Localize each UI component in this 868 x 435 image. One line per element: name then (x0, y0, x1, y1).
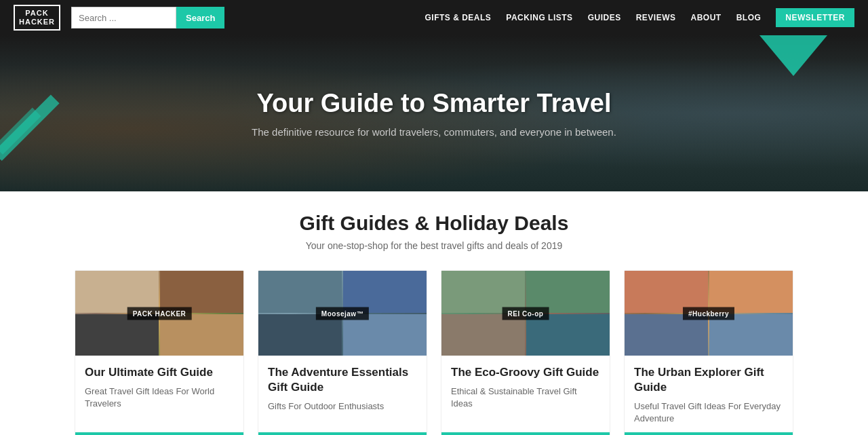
nav-reviews[interactable]: REVIEWS (636, 13, 676, 22)
card-1-desc: Great Travel Gift Ideas For World Travel… (85, 385, 234, 410)
collage-cell (526, 314, 610, 356)
card-2-button[interactable]: View Gift Guide (258, 432, 427, 435)
card-3-body: The Eco-Groovy Gift Guide Ethical & Sust… (441, 356, 610, 432)
header: PACK HACKER Search GIFTS & DEALS PACKING… (0, 0, 868, 35)
search-input[interactable] (71, 7, 176, 29)
collage-cell (709, 314, 793, 356)
card-4-body: The Urban Explorer Gift Guide Useful Tra… (625, 356, 793, 432)
collage-cell (625, 314, 708, 356)
collage-cell (441, 314, 525, 356)
card-1-button[interactable]: View Gift Guide (75, 432, 243, 435)
hero-section: Your Guide to Smarter Travel The definit… (0, 35, 868, 191)
card-4-title: The Urban Explorer Gift Guide (634, 365, 783, 395)
card-2-body: The Adventure Essentials Gift Guide Gift… (258, 356, 427, 432)
hero-content: Your Guide to Smarter Travel The definit… (238, 89, 630, 138)
main-content: Gift Guides & Holiday Deals Your one-sto… (61, 191, 807, 435)
card-3-desc: Ethical & Sustainable Travel Gift Ideas (451, 385, 600, 410)
nav-blog[interactable]: BLOG (736, 13, 762, 22)
hero-subtitle: The definitive resource for world travel… (252, 126, 616, 138)
collage-cell (160, 314, 243, 356)
card-4-badge: #Huckberry (683, 307, 734, 320)
logo[interactable]: PACK HACKER (14, 5, 60, 31)
card-4-image: #Huckberry (625, 271, 793, 356)
card-2-desc: Gifts For Outdoor Enthusiasts (268, 400, 417, 413)
card-3-image: REI Co-op (441, 271, 610, 356)
card-2: Moosejaw™ The Adventure Essentials Gift … (258, 270, 427, 435)
newsletter-button[interactable]: NEWSLETTER (776, 8, 854, 27)
card-1-badge: PACK HACKER (127, 307, 192, 320)
card-4-button[interactable]: View Gift Guide (625, 432, 793, 435)
card-2-image: Moosejaw™ (258, 271, 427, 356)
card-3-title: The Eco-Groovy Gift Guide (451, 365, 600, 380)
collage-cell (343, 314, 427, 356)
card-3-badge: REI Co-op (502, 307, 549, 320)
main-nav: GIFTS & DEALS PACKING LISTS GUIDES REVIE… (425, 8, 855, 27)
card-2-title: The Adventure Essentials Gift Guide (268, 365, 417, 395)
card-2-badge: Moosejaw™ (316, 307, 369, 320)
card-4: #Huckberry The Urban Explorer Gift Guide… (624, 270, 793, 435)
hero-title: Your Guide to Smarter Travel (252, 89, 616, 118)
collage-cell (258, 314, 342, 356)
search-button[interactable]: Search (176, 7, 224, 29)
cards-grid: PACK HACKER Our Ultimate Gift Guide Grea… (75, 270, 793, 435)
card-1: PACK HACKER Our Ultimate Gift Guide Grea… (75, 270, 244, 435)
nav-guides[interactable]: GUIDES (588, 13, 621, 22)
card-3-button[interactable]: View Gift Guide (441, 432, 610, 435)
card-1-title: Our Ultimate Gift Guide (85, 365, 234, 380)
hero-decoration-triangle (760, 35, 827, 76)
search-form: Search (71, 7, 224, 29)
card-4-desc: Useful Travel Gift Ideas For Everyday Ad… (634, 400, 783, 425)
card-1-body: Our Ultimate Gift Guide Great Travel Gif… (75, 356, 243, 432)
collage-cell (75, 314, 159, 356)
section-subtitle: Your one-stop-shop for the best travel g… (75, 240, 793, 251)
logo-text: PACK HACKER (19, 9, 55, 26)
section-title: Gift Guides & Holiday Deals (75, 212, 793, 235)
nav-gifts-deals[interactable]: GIFTS & DEALS (425, 13, 492, 22)
card-3: REI Co-op The Eco-Groovy Gift Guide Ethi… (441, 270, 610, 435)
nav-packing-lists[interactable]: PACKING LISTS (506, 13, 572, 22)
nav-about[interactable]: ABOUT (690, 13, 721, 22)
card-1-image: PACK HACKER (75, 271, 243, 356)
